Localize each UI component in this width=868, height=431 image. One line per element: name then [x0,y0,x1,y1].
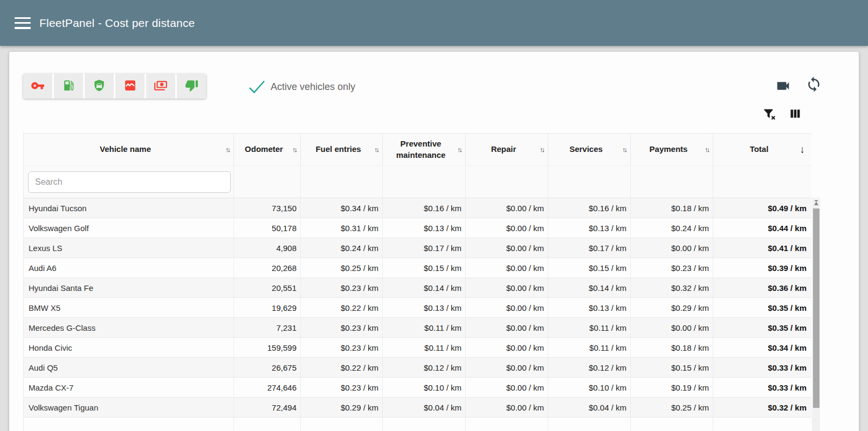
sync-icon [805,86,822,94]
active-vehicles-label: Active vehicles only [271,81,355,93]
table-row[interactable]: Audi Q526,675$0.22 / km$0.12 / km$0.00 /… [24,358,812,378]
cell-preventive-maintenance: $0.17 / km [383,238,466,258]
table-row[interactable]: Audi A620,268$0.25 / km$0.15 / km$0.00 /… [24,258,812,278]
videocam-icon [775,87,791,95]
filter-off-icon [762,115,777,123]
key-icon [31,79,45,94]
fuel-button[interactable] [54,74,83,99]
columns-button[interactable] [789,107,802,120]
filter-cell [301,166,383,198]
payments-button[interactable] [146,74,175,99]
table-row[interactable]: BMW X519,629$0.22 / km$0.13 / km$0.00 / … [24,298,812,318]
cell-fuel-entries: $0.23 / km [301,378,383,398]
cell-services: $0.04 / km [548,398,631,418]
cell-repair: $0.00 / km [466,318,548,338]
cell-preventive-maintenance: $0.14 / km [383,278,466,298]
hamburger-menu-icon[interactable] [15,17,31,29]
cell-services: $0.16 / km [548,198,631,218]
table-scrollbar[interactable] [812,198,820,431]
cell-total: $0.36 / km [713,278,812,298]
column-label: Repair [491,144,516,154]
column-label: Preventive maintenance [396,139,446,159]
cell-vehicle-name: Audi A6 [24,258,234,278]
cell-empty [548,418,631,431]
cell-odometer: 50,178 [234,218,301,238]
videocam-button[interactable] [775,78,791,94]
cell-vehicle-name: Volkswagen Tiguan [24,398,234,418]
insurance-button[interactable] [85,74,114,99]
table-row[interactable]: Hyundai Santa Fe20,551$0.23 / km$0.14 / … [24,278,812,298]
cell-vehicle-name: Lexus LS [24,238,234,258]
cell-payments: $0.15 / km [631,358,713,378]
cell-empty [383,418,466,431]
sort-icon: ↑↓ [705,145,711,155]
payments-icon [154,79,168,94]
cell-fuel-entries: $0.23 / km [301,318,383,338]
shield-car-icon [92,79,106,94]
filter-cell [713,166,812,198]
chart-button[interactable] [115,74,144,99]
sort-icon: ↑↓ [457,145,463,155]
cell-empty [234,418,301,431]
cell-payments: $0.32 / km [631,278,713,298]
table-row[interactable]: Lexus LS4,908$0.24 / km$0.17 / km$0.00 /… [24,238,812,258]
cell-preventive-maintenance: $0.16 / km [383,198,466,218]
cell-vehicle-name: Hyundai Santa Fe [24,278,234,298]
cell-repair: $0.00 / km [466,198,548,218]
cell-total: $0.44 / km [713,218,812,238]
column-header-total[interactable]: Total ↓ [713,134,812,166]
cell-payments: $0.18 / km [631,338,713,358]
column-header-services[interactable]: Services ↑↓ [548,134,631,166]
cell-repair: $0.00 / km [466,378,548,398]
column-header-vehicle-name[interactable]: Vehicle name ↑↓ [24,134,234,166]
active-vehicles-toggle[interactable]: Active vehicles only [248,78,355,96]
cell-services: $0.13 / km [548,218,631,238]
cell-odometer: 4,908 [234,238,301,258]
cell-services: $0.15 / km [548,258,631,278]
table-row[interactable]: Volkswagen Golf50,178$0.31 / km$0.13 / k… [24,218,812,238]
column-header-fuel-entries[interactable]: Fuel entries ↑↓ [301,134,383,166]
filter-cell [466,166,548,198]
table-row[interactable]: Hyundai Tucson73,150$0.34 / km$0.16 / km… [24,198,812,218]
scrollbar-thumb[interactable] [813,208,819,408]
cell-fuel-entries: $0.34 / km [301,198,383,218]
issues-button[interactable] [177,74,206,99]
sort-icon: ↑↓ [374,145,380,155]
cell-services: $0.14 / km [548,278,631,298]
cell-preventive-maintenance: $0.15 / km [383,258,466,278]
sort-icon: ↑↓ [225,145,231,155]
cell-payments: $0.23 / km [631,258,713,278]
cell-preventive-maintenance: $0.11 / km [383,318,466,338]
cell-preventive-maintenance: $0.13 / km [383,218,466,238]
cell-total: $0.35 / km [713,298,812,318]
column-label: Total [750,144,769,154]
scroll-up-arrow-icon[interactable] [814,200,818,205]
chart-icon [123,79,137,94]
cell-repair: $0.00 / km [466,398,548,418]
vehicles-table: Vehicle name ↑↓ Odometer ↑↓ Fuel entries… [23,133,811,431]
cell-repair: $0.00 / km [466,258,548,278]
column-header-repair[interactable]: Repair ↑↓ [466,134,548,166]
column-header-odometer[interactable]: Odometer ↑↓ [234,134,301,166]
table-row[interactable]: Mercedes G-Class7,231$0.23 / km$0.11 / k… [24,318,812,338]
table-body: Hyundai Tucson73,150$0.34 / km$0.16 / km… [24,198,812,431]
cell-fuel-entries: $0.22 / km [301,358,383,378]
cell-fuel-entries: $0.23 / km [301,338,383,358]
cell-preventive-maintenance: $0.10 / km [383,378,466,398]
cell-total: $0.33 / km [713,358,812,378]
fuel-pump-icon [62,79,75,94]
cell-payments: $0.25 / km [631,398,713,418]
filter-row [24,166,812,198]
cell-repair: $0.00 / km [466,358,548,378]
cell-payments: $0.29 / km [631,298,713,318]
key-button[interactable] [23,74,52,99]
table-row[interactable]: Honda Civic159,599$0.23 / km$0.11 / km$0… [24,338,812,358]
column-header-preventive-maintenance[interactable]: Preventive maintenance ↑↓ [383,134,466,166]
sync-button[interactable] [805,76,822,93]
search-input[interactable] [28,171,231,193]
cell-empty [466,418,548,431]
column-header-payments[interactable]: Payments ↑↓ [631,134,713,166]
table-row[interactable]: Volkswagen Tiguan72,494$0.29 / km$0.04 /… [24,398,812,418]
table-row[interactable]: Mazda CX-7274,646$0.23 / km$0.10 / km$0.… [24,378,812,398]
clear-filter-button[interactable] [762,107,777,122]
